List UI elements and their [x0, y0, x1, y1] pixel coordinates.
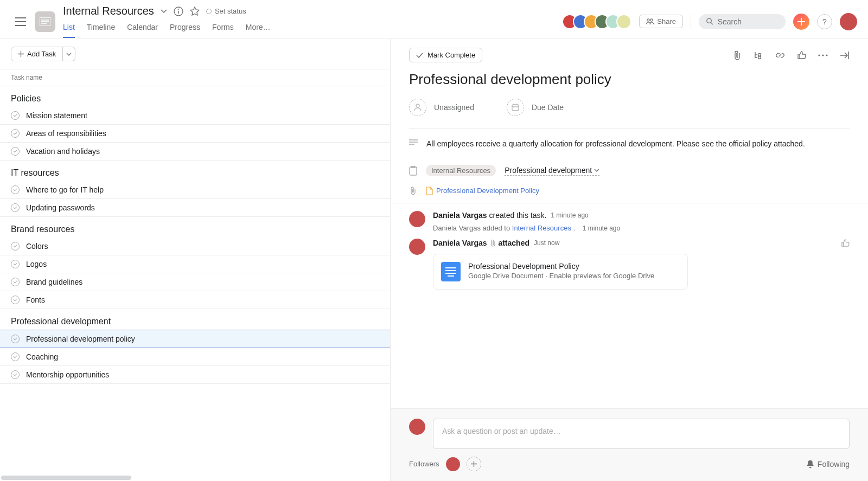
task-row[interactable]: Professional development policy	[0, 330, 390, 348]
share-button[interactable]: Share	[639, 15, 683, 28]
add-task-label: Add Task	[27, 50, 56, 58]
add-task-button[interactable]: Add Task	[11, 47, 63, 61]
tab-more[interactable]: More…	[246, 20, 271, 38]
task-title[interactable]: Professional development policy	[391, 67, 868, 98]
header-main: Internal Resources Set status List Timel…	[63, 5, 566, 38]
svg-point-3	[647, 18, 649, 21]
task-row[interactable]: Updating passwords	[0, 199, 390, 217]
section-header[interactable]: IT resources	[0, 161, 390, 181]
like-icon[interactable]	[797, 50, 806, 60]
svg-point-8	[818, 54, 820, 56]
activity-project-link[interactable]: Internal Resources	[512, 224, 571, 232]
project-caret-icon[interactable]	[161, 9, 167, 14]
complete-toggle[interactable]	[11, 111, 20, 120]
task-row[interactable]: Logos	[0, 255, 390, 273]
status-dot-icon	[206, 9, 212, 14]
complete-toggle[interactable]	[11, 278, 20, 286]
close-panel-icon[interactable]	[840, 51, 850, 60]
project-chip[interactable]: Internal Resources	[426, 165, 496, 176]
user-avatar[interactable]	[840, 13, 857, 30]
svg-point-2	[178, 9, 179, 10]
complete-toggle[interactable]	[11, 260, 20, 268]
plus-icon	[797, 18, 805, 25]
svg-rect-13	[410, 167, 417, 175]
attachment-icon[interactable]	[733, 50, 742, 60]
avatar	[616, 14, 631, 29]
section-header[interactable]: Brand resources	[0, 217, 390, 238]
menu-toggle[interactable]	[11, 13, 30, 30]
comment-input[interactable]: Ask a question or post an update…	[433, 419, 850, 449]
project-section-select[interactable]: Professional development	[505, 166, 599, 176]
task-description[interactable]: All employees receive a quarterly alloca…	[426, 138, 805, 150]
complete-toggle[interactable]	[11, 370, 20, 379]
following-button[interactable]: Following	[806, 460, 850, 469]
complete-toggle[interactable]	[11, 185, 20, 194]
complete-toggle[interactable]	[11, 147, 20, 156]
link-icon[interactable]	[775, 50, 785, 60]
attachment-card[interactable]: Professional Development Policy Google D…	[433, 254, 688, 290]
svg-point-4	[650, 18, 653, 21]
search-input[interactable]	[718, 17, 778, 26]
task-row[interactable]: Vacation and holidays	[0, 143, 390, 161]
more-icon[interactable]	[818, 54, 828, 56]
duedate-label: Due Date	[532, 103, 564, 112]
star-icon[interactable]	[190, 7, 200, 16]
project-icon	[35, 11, 55, 32]
set-status-button[interactable]: Set status	[206, 7, 246, 15]
task-row[interactable]: Mentorship opportunities	[0, 366, 390, 384]
description-icon	[409, 139, 418, 150]
mark-complete-button[interactable]: Mark Complete	[409, 48, 482, 62]
task-name: Areas of responsibilities	[26, 129, 106, 138]
horizontal-scrollbar[interactable]	[0, 474, 390, 481]
tab-calendar[interactable]: Calendar	[127, 20, 158, 38]
tab-progress[interactable]: Progress	[170, 20, 200, 38]
activity-time: Just now	[534, 239, 559, 247]
search-box[interactable]	[699, 14, 786, 29]
task-name: Colors	[26, 242, 48, 251]
task-name: Coaching	[26, 352, 58, 361]
attachment-link[interactable]: Professional Development Policy	[426, 187, 539, 195]
help-button[interactable]: ?	[817, 14, 832, 29]
like-icon[interactable]	[841, 239, 850, 247]
app-header: Internal Resources Set status List Timel…	[0, 0, 868, 39]
task-row[interactable]: Where to go for IT help	[0, 181, 390, 199]
complete-toggle[interactable]	[11, 242, 20, 251]
complete-toggle[interactable]	[11, 352, 20, 361]
duedate-field[interactable]: Due Date	[507, 99, 564, 116]
global-add-button[interactable]	[793, 14, 809, 30]
subtask-icon[interactable]	[754, 51, 763, 60]
section-header[interactable]: Policies	[0, 86, 390, 107]
member-avatars[interactable]	[566, 14, 631, 29]
tab-list[interactable]: List	[63, 20, 75, 38]
follower-avatar[interactable]	[446, 457, 460, 471]
mark-complete-label: Mark Complete	[427, 51, 475, 59]
tab-forms[interactable]: Forms	[212, 20, 234, 38]
activity-subtext: Daniela Vargas added to Internal Resourc…	[433, 224, 850, 232]
set-status-label: Set status	[215, 7, 246, 15]
section-header[interactable]: Professional development	[0, 309, 390, 330]
followers-label: Followers	[409, 460, 439, 468]
complete-toggle[interactable]	[11, 203, 20, 212]
task-row[interactable]: Colors	[0, 238, 390, 255]
assignee-field[interactable]: Unassigned	[409, 99, 474, 116]
project-section-label: Professional development	[505, 166, 592, 175]
svg-point-9	[822, 54, 824, 56]
assignee-label: Unassigned	[434, 103, 474, 112]
paperclip-icon	[409, 186, 417, 195]
task-row[interactable]: Coaching	[0, 348, 390, 366]
add-follower-button[interactable]	[467, 457, 481, 471]
task-name: Vacation and holidays	[26, 147, 100, 156]
activity-avatar	[409, 239, 425, 255]
tab-timeline[interactable]: Timeline	[87, 20, 115, 38]
check-icon	[416, 53, 423, 58]
task-row[interactable]: Brand guidelines	[0, 273, 390, 291]
task-row[interactable]: Areas of responsibilities	[0, 125, 390, 143]
add-task-dropdown[interactable]	[63, 47, 75, 61]
task-row[interactable]: Mission statement	[0, 107, 390, 125]
info-icon[interactable]	[174, 7, 183, 16]
complete-toggle[interactable]	[11, 335, 20, 343]
complete-toggle[interactable]	[11, 129, 20, 138]
complete-toggle[interactable]	[11, 296, 20, 304]
task-row[interactable]: Fonts	[0, 291, 390, 309]
column-header: Task name	[0, 69, 390, 86]
